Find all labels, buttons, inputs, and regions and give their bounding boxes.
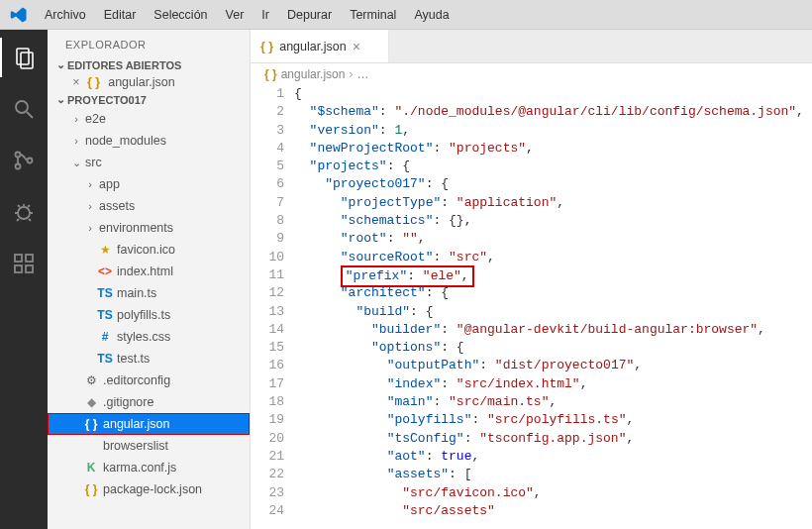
code-line[interactable]: "outputPath": "dist/proyecto017",	[294, 357, 812, 374]
file-index-html[interactable]: <>index.html	[48, 261, 250, 282]
search-icon[interactable]	[0, 89, 48, 129]
ts-icon: TS	[97, 286, 113, 300]
code-line[interactable]: "src/favicon.ico",	[294, 484, 812, 502]
code-line[interactable]: "projectType": "application",	[294, 194, 812, 212]
menu-selección[interactable]: Selección	[145, 4, 216, 26]
file-styles-css[interactable]: #styles.css	[48, 326, 250, 348]
code-line[interactable]: "root": "",	[294, 230, 812, 248]
chevron-right-icon: ›	[69, 135, 83, 147]
menu-terminal[interactable]: Terminal	[341, 4, 405, 26]
code-content[interactable]: { "$schema": "./node_modules/@angular/cl…	[294, 85, 812, 529]
code-line[interactable]: "sourceRoot": "src",	[294, 249, 812, 266]
file-angular-json[interactable]: { }angular.json	[48, 413, 250, 435]
code-line[interactable]: "$schema": "./node_modules/@angular/cli/…	[294, 103, 812, 121]
close-icon[interactable]: ×	[353, 39, 360, 54]
file-package-lock[interactable]: { }package-lock.json	[48, 478, 250, 500]
svg-rect-9	[15, 265, 22, 272]
chevron-right-icon: ›	[69, 113, 83, 125]
tree-label: .editorconfig	[103, 373, 170, 387]
folder-app[interactable]: ›app	[48, 173, 250, 195]
line-number: 24	[251, 502, 284, 520]
code-line[interactable]: "aot": true,	[294, 448, 812, 466]
svg-line-3	[27, 112, 33, 118]
open-editor-label: angular.json	[108, 75, 174, 89]
code-line[interactable]: "options": {	[294, 339, 812, 357]
json-icon: { }	[83, 482, 99, 496]
code-line[interactable]: "tsConfig": "tsconfig.app.json",	[294, 430, 812, 448]
file-karma-conf[interactable]: Kkarma.conf.js	[48, 457, 250, 478]
folder-environments[interactable]: ›environments	[48, 217, 250, 239]
tree-label: e2e	[85, 112, 106, 126]
code-line[interactable]: "polyfills": "src/polyfills.ts",	[294, 411, 812, 429]
tree-label: src	[85, 156, 102, 169]
open-editors-header[interactable]: ⌄ EDITORES ABIERTOS	[48, 56, 250, 73]
code-editor[interactable]: 123456789101112131415161718192021222324 …	[251, 85, 812, 529]
code-line[interactable]: "assets": [	[294, 466, 812, 483]
karma-icon: K	[83, 461, 99, 475]
gear-icon: ⚙	[83, 373, 99, 387]
line-number: 10	[251, 249, 284, 266]
menu-ir[interactable]: Ir	[253, 4, 278, 26]
svg-rect-8	[15, 255, 22, 262]
menu-editar[interactable]: Editar	[95, 4, 146, 26]
file-tree: ›e2e›node_modules⌄src›app›assets›environ…	[48, 108, 250, 529]
editor-group: { } angular.json × { } angular.json › … …	[251, 30, 812, 529]
chevron-right-icon: ›	[349, 67, 353, 81]
code-line[interactable]: "architect": {	[294, 284, 812, 302]
svg-rect-11	[26, 255, 33, 262]
tree-label: test.ts	[117, 352, 150, 366]
code-line[interactable]: "main": "src/main.ts",	[294, 393, 812, 411]
line-number: 16	[251, 357, 284, 374]
folder-e2e[interactable]: ›e2e	[48, 108, 250, 130]
debug-icon[interactable]	[0, 192, 48, 232]
code-line[interactable]: "version": 1,	[294, 122, 812, 140]
folder-assets[interactable]: ›assets	[48, 195, 250, 217]
tab-angular-json[interactable]: { } angular.json ×	[251, 30, 389, 62]
project-header[interactable]: ⌄ PROYECTO017	[48, 91, 250, 108]
menu-ayuda[interactable]: Ayuda	[405, 4, 457, 26]
chevron-down-icon: ⌄	[53, 58, 67, 71]
explorer-icon[interactable]	[0, 38, 48, 77]
file-main-ts[interactable]: TSmain.ts	[48, 282, 250, 304]
open-editor-row[interactable]: × { } angular.json	[48, 73, 250, 91]
file-favicon[interactable]: ★favicon.ico	[48, 239, 250, 261]
file-gitignore[interactable]: ◆.gitignore	[48, 391, 250, 413]
tree-label: app	[99, 177, 120, 191]
code-line[interactable]: "schematics": {},	[294, 212, 812, 230]
tree-label: karma.conf.js	[103, 461, 176, 475]
folder-src[interactable]: ⌄src	[48, 152, 250, 173]
json-icon: { }	[260, 40, 273, 53]
scm-icon[interactable]	[0, 141, 48, 180]
code-line[interactable]: "prefix": "ele",	[294, 266, 812, 284]
code-line[interactable]: "proyecto017": {	[294, 175, 812, 193]
json-icon: { }	[264, 67, 277, 81]
menu-depurar[interactable]: Depurar	[278, 4, 341, 26]
code-line[interactable]: {	[294, 85, 812, 103]
code-line[interactable]: "projects": {	[294, 158, 812, 175]
code-line[interactable]: "build": {	[294, 303, 812, 321]
code-line[interactable]: "builder": "@angular-devkit/build-angula…	[294, 321, 812, 339]
line-number: 5	[251, 158, 284, 175]
line-number: 21	[251, 448, 284, 466]
folder-node-modules[interactable]: ›node_modules	[48, 130, 250, 152]
file-browserslist[interactable]: browserslist	[48, 435, 250, 457]
svg-point-7	[18, 207, 30, 219]
menu-archivo[interactable]: Archivo	[36, 4, 95, 26]
tree-label: polyfills.ts	[117, 308, 170, 322]
close-icon[interactable]: ×	[69, 75, 83, 89]
file-editorconfig[interactable]: ⚙.editorconfig	[48, 370, 250, 391]
extensions-icon[interactable]	[0, 244, 48, 283]
file-test-ts[interactable]: TStest.ts	[48, 348, 250, 370]
code-line[interactable]: "newProjectRoot": "projects",	[294, 140, 812, 158]
file-polyfills-ts[interactable]: TSpolyfills.ts	[48, 304, 250, 326]
tree-label: browserslist	[103, 439, 168, 453]
tree-label: main.ts	[117, 286, 156, 300]
code-line[interactable]: "src/assets"	[294, 502, 812, 520]
breadcrumb-trail: …	[356, 67, 368, 81]
json-icon: { }	[87, 75, 100, 89]
tree-label: angular.json	[103, 417, 169, 431]
tree-label: assets	[99, 199, 135, 213]
menu-ver[interactable]: Ver	[217, 4, 254, 26]
code-line[interactable]: "index": "src/index.html",	[294, 375, 812, 393]
breadcrumbs[interactable]: { } angular.json › …	[251, 63, 812, 85]
